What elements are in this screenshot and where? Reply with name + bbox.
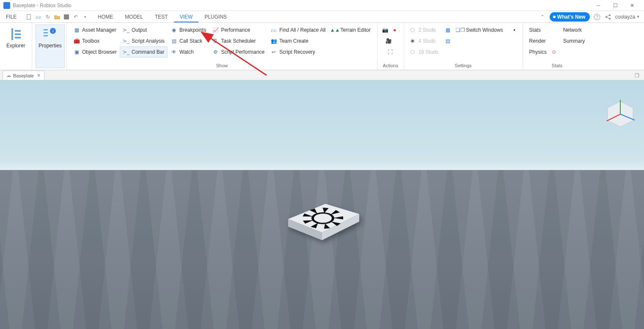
- tab-file[interactable]: FILE: [0, 11, 22, 22]
- script-analysis-button[interactable]: ≻_Script Analysis: [120, 36, 168, 47]
- svg-rect-0: [27, 14, 30, 19]
- username-label[interactable]: coolayza ▼: [615, 14, 640, 20]
- toolbox-icon: 🧰: [73, 38, 80, 44]
- terrain-editor-button[interactable]: ▲▲Terrain Editor: [329, 25, 374, 36]
- radio-icon: [410, 28, 415, 32]
- radio-icon: [410, 50, 415, 54]
- cloud-icon: ☁: [6, 73, 11, 78]
- action-record-button[interactable]: ●: [390, 25, 399, 36]
- properties-button[interactable]: i Properties: [36, 25, 65, 68]
- grid-material-button[interactable]: ▤: [441, 36, 454, 47]
- stop-icon[interactable]: [63, 14, 70, 20]
- stats-button[interactable]: Stats: [526, 25, 560, 36]
- window-title: Baseplate - Roblox Studio: [13, 3, 72, 8]
- team-create-icon: 👥: [270, 38, 277, 44]
- stats-group-label: Stats: [526, 62, 588, 68]
- script-performance-button[interactable]: ⚙Script Performance: [209, 47, 267, 58]
- window-maximize-button[interactable]: ☐: [607, 0, 624, 11]
- collapse-ribbon-icon[interactable]: ⌃: [539, 13, 546, 21]
- title-bar: Baseplate - Roblox Studio ─ ☐ ✕: [0, 0, 644, 11]
- menu-tabs-row: FILE ⌕⌕ ↻ ↶ ▾ HOME MODEL TEST VIEW PLUGI…: [0, 11, 644, 23]
- svg-rect-10: [15, 37, 21, 38]
- minus-circle-icon: ⊖: [550, 49, 557, 55]
- action-video-button[interactable]: 🎥: [384, 36, 394, 47]
- tab-model[interactable]: MODEL: [119, 11, 149, 22]
- svg-text:?: ?: [596, 15, 598, 19]
- open-icon[interactable]: [54, 14, 61, 20]
- output-icon: ≻_: [123, 27, 129, 33]
- task-scheduler-icon: 🗓: [212, 38, 219, 44]
- svg-rect-9: [15, 33, 21, 35]
- orientation-gizmo[interactable]: [603, 97, 637, 131]
- share-icon[interactable]: [604, 13, 612, 21]
- document-tabs: ☁ Baseplate ✕ ❐: [0, 70, 644, 80]
- toolbox-button[interactable]: 🧰Toolbox: [70, 36, 120, 47]
- close-tab-icon[interactable]: ✕: [37, 73, 41, 78]
- window-minimize-button[interactable]: ─: [590, 0, 607, 11]
- explorer-button[interactable]: Explorer: [3, 25, 28, 68]
- team-create-button[interactable]: 👥Team Create: [267, 36, 328, 47]
- action-screenshot-button[interactable]: 📷: [381, 25, 390, 36]
- settings-group-label: Settings: [407, 62, 519, 68]
- spawn-location: [275, 190, 369, 254]
- explorer-icon: [8, 27, 23, 42]
- command-bar-button[interactable]: ≻_Command Bar: [120, 47, 168, 58]
- network-button[interactable]: Network: [560, 25, 588, 36]
- script-recovery-button[interactable]: ↩Script Recovery: [267, 47, 328, 58]
- camera-icon: 📷: [382, 27, 389, 33]
- doc-tab-baseplate[interactable]: ☁ Baseplate ✕: [3, 71, 44, 80]
- app-logo-icon: [3, 2, 10, 9]
- command-bar-icon: ≻_: [123, 49, 129, 55]
- redo-icon[interactable]: ↻: [44, 14, 51, 20]
- watch-icon: 👁: [171, 49, 177, 55]
- svg-rect-8: [15, 30, 21, 32]
- qat-customize-icon[interactable]: ▾: [82, 14, 88, 20]
- script-recovery-icon: ↩: [270, 49, 277, 55]
- watch-button[interactable]: 👁Watch: [168, 47, 209, 58]
- svg-rect-7: [11, 28, 13, 40]
- output-button[interactable]: ≻_Output: [120, 25, 168, 36]
- tab-view[interactable]: VIEW: [174, 11, 199, 22]
- physics-button[interactable]: Physics⊖: [526, 47, 560, 58]
- ribbon: Explorer i Properties ▦Asset Manager 🧰To…: [0, 23, 644, 70]
- radio-icon: [410, 39, 415, 43]
- window-close-button[interactable]: ✕: [624, 0, 641, 11]
- action-fullscreen-button[interactable]: ⛶: [385, 47, 395, 58]
- svg-rect-1: [64, 14, 69, 19]
- object-browser-button[interactable]: ▣Object Browser: [70, 47, 120, 58]
- grid-4-studs-button[interactable]: 4 Studs: [407, 36, 441, 47]
- summary-button[interactable]: Summary: [560, 36, 588, 47]
- properties-icon: i: [42, 27, 58, 42]
- help-icon[interactable]: ?: [593, 13, 601, 21]
- undo-icon[interactable]: ↶: [72, 14, 79, 20]
- script-performance-icon: ⚙: [212, 49, 219, 55]
- find-all-button[interactable]: ⌕⌕Find All / Replace All: [267, 25, 328, 36]
- grid-2-studs-button[interactable]: 2 Studs: [407, 25, 441, 36]
- fullscreen-icon: ⛶: [387, 49, 394, 55]
- find-all-icon: ⌕⌕: [270, 27, 277, 33]
- whats-new-button[interactable]: What's New: [550, 12, 590, 22]
- switch-windows-icon: ❏❐: [457, 27, 464, 33]
- viewport-3d[interactable]: [0, 80, 644, 329]
- show-group-label: Show: [70, 62, 374, 68]
- script-analysis-icon: ≻_: [123, 38, 129, 44]
- breakpoints-icon: ◉: [171, 27, 177, 33]
- material-icon: ▤: [444, 38, 451, 44]
- tab-plugins[interactable]: PLUGINS: [198, 11, 233, 22]
- video-icon: 🎥: [385, 38, 392, 44]
- binoculars-icon[interactable]: ⌕⌕: [35, 14, 42, 20]
- breakpoints-button[interactable]: ◉Breakpoints: [168, 25, 209, 36]
- grid-16-studs-button[interactable]: 16 Studs: [407, 47, 441, 58]
- grid-toggle-button[interactable]: ▦: [441, 25, 454, 36]
- performance-button[interactable]: 📈Performance: [209, 25, 267, 36]
- tab-home[interactable]: HOME: [92, 11, 119, 22]
- task-scheduler-button[interactable]: 🗓Task Scheduler: [209, 36, 267, 47]
- render-button[interactable]: Render: [526, 36, 560, 47]
- asset-manager-button[interactable]: ▦Asset Manager: [70, 25, 120, 36]
- switch-windows-button[interactable]: ❏❐Switch Windows▼: [454, 25, 519, 36]
- restore-panels-icon[interactable]: ❐: [632, 71, 641, 80]
- call-stack-button[interactable]: ▤Call Stack: [168, 36, 209, 47]
- terrain-editor-icon: ▲▲: [332, 27, 339, 33]
- tab-test[interactable]: TEST: [149, 11, 174, 22]
- new-file-icon[interactable]: [26, 14, 33, 20]
